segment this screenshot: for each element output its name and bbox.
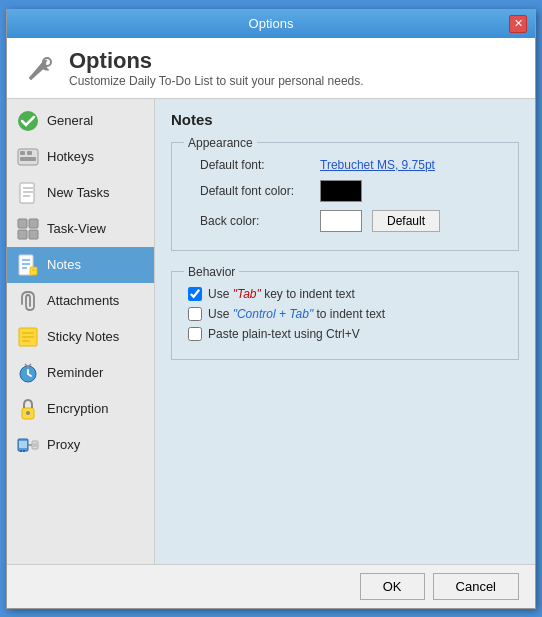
font-color-picker[interactable] [320, 180, 362, 202]
sidebar-label-notes: Notes [47, 257, 81, 272]
default-font-color-label: Default font color: [200, 184, 320, 198]
check-ctrl-tab-label: Use "Control + Tab" to indent text [208, 307, 385, 321]
sidebar-item-sticky-notes[interactable]: Sticky Notes [7, 319, 154, 355]
check-tab-indent[interactable] [188, 287, 202, 301]
sidebar-item-general[interactable]: General [7, 103, 154, 139]
check-tab-indent-row: Use "Tab" key to indent text [184, 287, 506, 301]
sidebar-label-new-tasks: New Tasks [47, 185, 110, 200]
options-window: Options ✕ Options Customize Daily To-Do … [6, 9, 536, 609]
default-font-row: Default font: Trebuchet MS, 9.75pt [184, 158, 506, 172]
attachments-icon [17, 290, 39, 312]
svg-rect-12 [29, 219, 38, 228]
check-icon [17, 110, 39, 132]
sidebar-label-encryption: Encryption [47, 401, 108, 416]
svg-rect-19 [30, 267, 37, 275]
sidebar-label-sticky-notes: Sticky Notes [47, 329, 119, 344]
svg-rect-5 [27, 151, 32, 155]
proxy-icon [17, 434, 39, 456]
new-tasks-icon [17, 182, 39, 204]
default-font-value[interactable]: Trebuchet MS, 9.75pt [320, 158, 435, 172]
header-text: Options Customize Daily To-Do List to su… [69, 48, 364, 88]
back-color-picker[interactable] [320, 210, 362, 232]
header-section: Options Customize Daily To-Do List to su… [7, 38, 535, 99]
header-title: Options [69, 48, 364, 74]
sidebar-label-task-view: Task-View [47, 221, 106, 236]
svg-rect-37 [32, 441, 38, 449]
svg-rect-13 [18, 230, 27, 239]
ok-button[interactable]: OK [360, 573, 425, 600]
svg-point-31 [26, 411, 30, 415]
check-paste-plain[interactable] [188, 327, 202, 341]
sidebar-item-task-view[interactable]: Task-View [7, 211, 154, 247]
default-font-color-row: Default font color: [184, 180, 506, 202]
content-area: General Hotkeys New Tasks [7, 99, 535, 564]
svg-rect-4 [20, 151, 25, 155]
header-subtitle: Customize Daily To-Do List to suit your … [69, 74, 364, 88]
default-font-label: Default font: [200, 158, 320, 172]
sidebar-label-general: General [47, 113, 93, 128]
sidebar-item-reminder[interactable]: Reminder [7, 355, 154, 391]
check-paste-plain-row: Paste plain-text using Ctrl+V [184, 327, 506, 341]
svg-rect-11 [18, 219, 27, 228]
sidebar-item-notes[interactable]: Notes [7, 247, 154, 283]
svg-rect-33 [19, 441, 27, 448]
check-paste-plain-label: Paste plain-text using Ctrl+V [208, 327, 360, 341]
section-title: Notes [171, 111, 519, 128]
notes-icon [17, 254, 39, 276]
svg-rect-6 [20, 157, 36, 161]
main-content: Notes Appearance Default font: Trebuchet… [155, 99, 535, 564]
default-button[interactable]: Default [372, 210, 440, 232]
back-color-label: Back color: [200, 214, 320, 228]
close-button[interactable]: ✕ [509, 15, 527, 33]
svg-rect-35 [23, 450, 25, 452]
sidebar-item-encryption[interactable]: Encryption [7, 391, 154, 427]
sidebar-label-hotkeys: Hotkeys [47, 149, 94, 164]
sidebar-item-hotkeys[interactable]: Hotkeys [7, 139, 154, 175]
appearance-legend: Appearance [184, 136, 257, 150]
back-color-row: Back color: Default [184, 210, 506, 232]
sidebar-item-proxy[interactable]: Proxy [7, 427, 154, 463]
check-tab-indent-label: Use "Tab" key to indent text [208, 287, 355, 301]
reminder-icon [17, 362, 39, 384]
title-bar: Options ✕ [7, 10, 535, 38]
sidebar-item-attachments[interactable]: Attachments [7, 283, 154, 319]
sidebar-label-attachments: Attachments [47, 293, 119, 308]
sidebar-label-proxy: Proxy [47, 437, 80, 452]
svg-rect-34 [20, 450, 22, 452]
footer: OK Cancel [7, 564, 535, 608]
wrench-icon [21, 50, 57, 86]
sticky-notes-icon [17, 326, 39, 348]
check-ctrl-tab[interactable] [188, 307, 202, 321]
svg-rect-14 [29, 230, 38, 239]
encryption-icon [17, 398, 39, 420]
sidebar-item-new-tasks[interactable]: New Tasks [7, 175, 154, 211]
svg-rect-7 [20, 183, 34, 203]
sidebar: General Hotkeys New Tasks [7, 99, 155, 564]
window-title: Options [33, 16, 509, 31]
hotkeys-icon [17, 146, 39, 168]
sidebar-label-reminder: Reminder [47, 365, 103, 380]
behavior-legend: Behavior [184, 265, 239, 279]
cancel-button[interactable]: Cancel [433, 573, 519, 600]
check-ctrl-tab-row: Use "Control + Tab" to indent text [184, 307, 506, 321]
task-view-icon [17, 218, 39, 240]
